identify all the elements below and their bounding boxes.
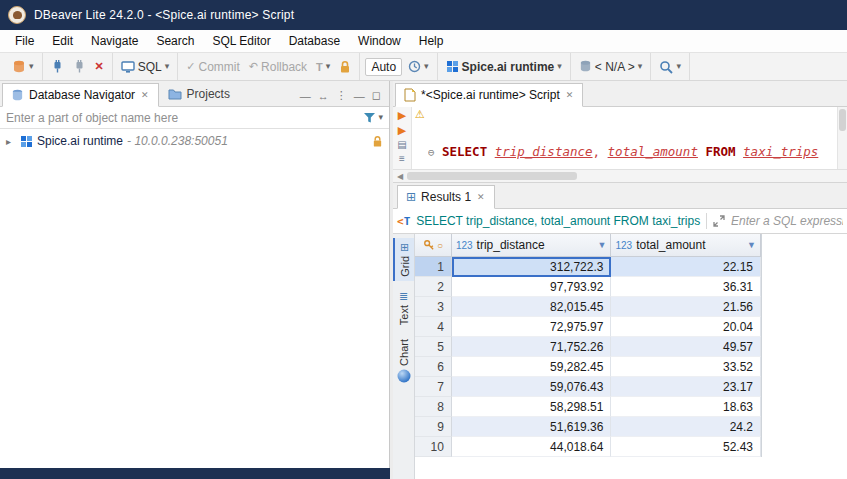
new-connection-button[interactable]: ▾	[9, 58, 37, 76]
table-row: 5 71,752.26 49.57	[415, 337, 761, 357]
sql-code-area[interactable]: ⊖SELECT trip_distance, total_amount FROM…	[428, 107, 837, 169]
menu-search[interactable]: Search	[147, 31, 203, 51]
menu-database[interactable]: Database	[280, 31, 349, 51]
expander-icon[interactable]: ▸	[6, 136, 16, 147]
close-icon[interactable]: ✕	[476, 192, 486, 202]
menu-sql-editor[interactable]: SQL Editor	[203, 31, 279, 51]
tree-item-connection[interactable]: ▸ Spice.ai runtime - 10.0.0.238:50051	[0, 131, 389, 151]
row-number[interactable]: 4	[415, 317, 452, 337]
editor-vertical-scrollbar[interactable]	[837, 107, 847, 169]
row-number[interactable]: 2	[415, 277, 452, 297]
presentation-tab-chart[interactable]: Chart	[393, 335, 414, 387]
scrollbar-thumb[interactable]	[407, 172, 577, 180]
close-icon[interactable]: ✕	[140, 90, 150, 100]
active-connection-combo[interactable]: Spice.ai runtime ▾	[443, 58, 565, 76]
expand-filter-icon[interactable]	[713, 215, 725, 227]
cell[interactable]: 24.2	[611, 417, 761, 437]
grid-corner-cell[interactable]: ○	[415, 234, 452, 256]
filter-divider	[706, 213, 707, 229]
menu-bar: File Edit Navigate Search SQL Editor Dat…	[0, 30, 847, 53]
reconnect-button[interactable]	[70, 58, 89, 75]
editor-horizontal-scrollbar[interactable]: ◀	[393, 169, 847, 183]
title-bar: DBeaver Lite 24.2.0 - <Spice.ai runtime>…	[0, 0, 847, 30]
readonly-lock-button[interactable]	[336, 58, 354, 76]
plug-blue-icon	[51, 60, 64, 73]
active-schema-combo[interactable]: < N/A > ▾	[576, 58, 646, 76]
connect-button[interactable]	[48, 58, 67, 75]
tab-projects[interactable]: Projects	[159, 82, 239, 106]
collapse-region-icon[interactable]: ⊖	[428, 144, 442, 161]
column-header-total-amount[interactable]: 123 total_amount ▼	[611, 234, 761, 256]
search-button[interactable]: ▾	[656, 58, 684, 76]
row-number[interactable]: 3	[415, 297, 452, 317]
sort-filter-icon[interactable]: ▼	[598, 240, 607, 250]
cell[interactable]: 36.31	[611, 277, 761, 297]
cell[interactable]: 51,619.36	[452, 417, 612, 437]
presentation-tab-grid[interactable]: ⊞ Grid	[393, 238, 414, 281]
active-cell[interactable]: 312,722.3	[452, 257, 612, 277]
sql-expression-placeholder[interactable]: Enter a SQL expression to	[731, 214, 843, 228]
cell[interactable]: 71,752.26	[452, 337, 612, 357]
cell[interactable]: 44,018.64	[452, 437, 612, 457]
menu-window[interactable]: Window	[349, 31, 410, 51]
commit-button[interactable]: ✓ Commit	[183, 58, 243, 76]
link-with-editor-icon[interactable]: ↔	[318, 90, 329, 102]
cell[interactable]: 58,298.51	[452, 397, 612, 417]
tab-results-1[interactable]: ⊞ Results 1 ✕	[397, 185, 495, 209]
autocommit-combo[interactable]: Auto	[365, 58, 402, 76]
cell[interactable]: 97,793.92	[452, 277, 612, 297]
column-header-trip-distance[interactable]: 123 trip_distance ▼	[452, 234, 612, 256]
dropdown-arrow-icon: ▾	[424, 62, 429, 71]
cell[interactable]: 23.17	[611, 377, 761, 397]
cell[interactable]: 21.56	[611, 297, 761, 317]
cell[interactable]: 82,015.45	[452, 297, 612, 317]
database-gray-icon	[579, 60, 592, 73]
column-name: total_amount	[636, 238, 743, 252]
menu-file[interactable]: File	[6, 31, 43, 51]
tab-sql-script[interactable]: *<Spice.ai runtime> Script ✕	[395, 83, 583, 107]
disconnect-button[interactable]: ✕	[92, 58, 107, 75]
collapse-all-icon[interactable]: —	[300, 90, 311, 102]
row-number[interactable]: 1	[415, 257, 452, 277]
row-number[interactable]: 6	[415, 357, 452, 377]
cell[interactable]: 72,975.97	[452, 317, 612, 337]
scrollbar-thumb[interactable]	[839, 109, 846, 131]
cell[interactable]: 59,282.45	[452, 357, 612, 377]
rollback-button[interactable]: ↶ Rollback	[246, 58, 310, 76]
execute-script-button[interactable]: ▶	[398, 125, 406, 136]
query-history-button[interactable]: ▾	[405, 58, 432, 75]
cell[interactable]: 49.57	[611, 337, 761, 357]
cell[interactable]: 18.63	[611, 397, 761, 417]
cell[interactable]: 52.43	[611, 437, 761, 457]
row-number[interactable]: 5	[415, 337, 452, 357]
open-sql-editor-button[interactable]: SQL ▾	[118, 58, 173, 76]
row-number[interactable]: 8	[415, 397, 452, 417]
result-query-text: SELECT trip_distance, total_amount FROM …	[416, 214, 700, 228]
menu-help[interactable]: Help	[410, 31, 453, 51]
tab-database-navigator[interactable]: Database Navigator ✕	[2, 83, 159, 107]
row-number[interactable]: 7	[415, 377, 452, 397]
explain-plan-button[interactable]: ▤	[397, 140, 406, 150]
sort-filter-icon[interactable]: ▼	[747, 240, 756, 250]
minimize-icon[interactable]: —	[354, 90, 365, 102]
row-number[interactable]: 10	[415, 437, 452, 457]
menu-edit[interactable]: Edit	[43, 31, 82, 51]
presentation-tab-text[interactable]: ≣ Text	[393, 287, 414, 329]
maximize-icon[interactable]: ◻	[372, 89, 381, 102]
close-icon[interactable]: ✕	[565, 90, 575, 100]
view-menu-icon[interactable]: ⋮	[336, 89, 347, 102]
menu-navigate[interactable]: Navigate	[82, 31, 147, 51]
scroll-left-icon[interactable]: ◀	[393, 172, 407, 181]
cell[interactable]: 22.15	[611, 257, 761, 277]
cell[interactable]: 20.04	[611, 317, 761, 337]
filter-settings-button[interactable]: ▾	[357, 112, 389, 124]
results-tab-bar: ⊞ Results 1 ✕	[393, 183, 847, 209]
object-filter-input[interactable]	[0, 107, 357, 128]
custom-filter-icon[interactable]: <T	[397, 215, 410, 228]
cell[interactable]: 59,076.43	[452, 377, 612, 397]
transaction-mode-button[interactable]: T ▾	[313, 59, 333, 75]
row-number[interactable]: 9	[415, 417, 452, 437]
execute-statement-button[interactable]: ▶	[398, 110, 406, 121]
cell[interactable]: 33.52	[611, 357, 761, 377]
script-log-button[interactable]: ≡	[399, 154, 405, 164]
